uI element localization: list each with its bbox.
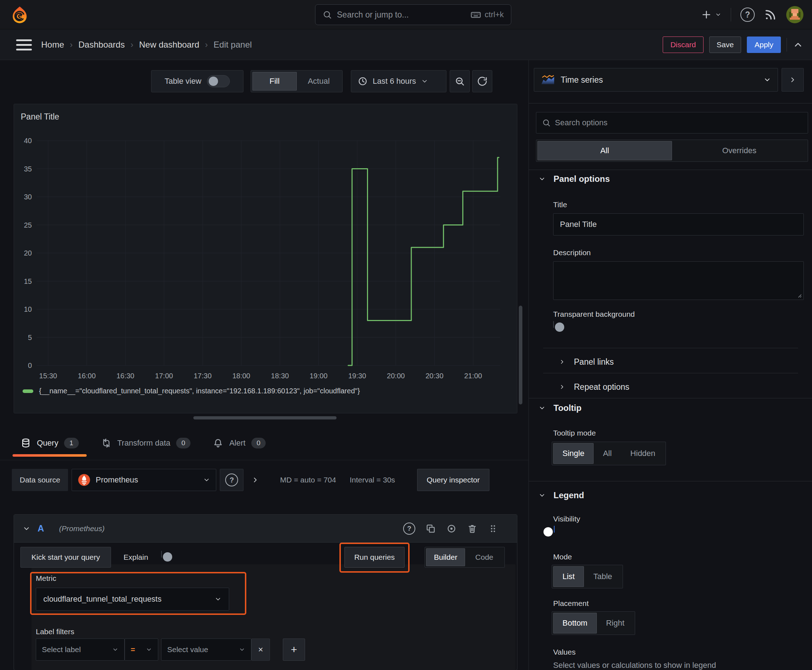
grafana-logo-icon[interactable] [10, 5, 29, 24]
description-textarea[interactable] [553, 261, 804, 300]
add-filter-button[interactable]: + [283, 638, 305, 661]
pane-resize-handle[interactable] [193, 416, 337, 420]
breadcrumb-home[interactable]: Home [41, 40, 64, 50]
legend-header[interactable]: Legend [539, 490, 584, 500]
explain-toggle[interactable] [161, 551, 162, 558]
repeat-options-section[interactable]: Repeat options [559, 377, 629, 397]
legend-placement-bottom[interactable]: Bottom [553, 613, 597, 633]
add-new-button[interactable] [701, 9, 721, 20]
top-bar: Search or jump to... ctrl+k ? [0, 0, 812, 29]
tooltip-title: Tooltip [554, 403, 581, 413]
breadcrumb: Home › Dashboards › New dashboard › Edit… [41, 29, 252, 60]
fill-option[interactable]: Fill [253, 72, 297, 91]
builder-code-group: Builder Code [425, 547, 505, 568]
time-range-label: Last 6 hours [373, 76, 416, 86]
tooltip-mode-hidden[interactable]: Hidden [621, 443, 665, 464]
operator-dropdown[interactable]: = [125, 638, 158, 661]
help-button[interactable]: ? [741, 7, 755, 22]
select-label-dropdown[interactable]: Select label [36, 638, 125, 661]
panel-options-header[interactable]: Panel options [539, 174, 610, 184]
chevron-right-icon [559, 359, 565, 365]
svg-text:20: 20 [24, 249, 32, 257]
svg-text:10: 10 [24, 305, 32, 313]
svg-text:25: 25 [24, 221, 32, 229]
repeat-options-label: Repeat options [574, 382, 629, 392]
transparent-background-toggle[interactable] [553, 321, 554, 328]
chevron-right-icon[interactable] [251, 476, 259, 484]
legend-visibility-toggle[interactable] [554, 526, 554, 533]
global-search-input[interactable]: Search or jump to... ctrl+k [315, 4, 511, 25]
svg-text:20:00: 20:00 [387, 372, 405, 380]
resize-handle-icon[interactable] [796, 293, 802, 298]
news-rss-icon[interactable] [764, 8, 777, 21]
table-view-toggle[interactable] [207, 75, 230, 87]
time-range-picker[interactable]: Last 6 hours [351, 70, 446, 92]
actual-option[interactable]: Actual [297, 72, 341, 91]
time-series-chart[interactable]: 051015202530354015:3016:0016:3017:0017:3… [20, 133, 511, 383]
svg-text:19:30: 19:30 [348, 372, 366, 380]
visualization-name: Time series [561, 75, 758, 85]
panel-links-section[interactable]: Panel links [559, 352, 614, 372]
legend-placement-label: Placement [553, 599, 588, 608]
zoom-out-button[interactable] [450, 70, 470, 92]
search-options-placeholder: Search options [555, 118, 608, 127]
collapse-options-pane-button[interactable] [781, 68, 804, 91]
refresh-button[interactable] [472, 70, 492, 92]
menu-toggle-icon[interactable] [16, 39, 32, 51]
tab-transform-data[interactable]: Transform data 0 [93, 426, 199, 460]
visualization-picker[interactable]: Time series [534, 68, 778, 91]
chevron-down-icon [539, 404, 546, 411]
sidebar-divider [529, 398, 812, 398]
breadcrumb-new-dashboard[interactable]: New dashboard [139, 40, 199, 50]
vertical-scrollbar[interactable] [519, 306, 522, 404]
duplicate-query-icon[interactable] [425, 523, 436, 534]
query-inspector-button[interactable]: Query inspector [417, 469, 490, 491]
table-view-control: Table view [151, 70, 244, 92]
breadcrumb-dashboards[interactable]: Dashboards [78, 40, 125, 50]
datasource-row: Data source Prometheus ? MD = auto = 704… [12, 469, 517, 491]
legend-placement-right[interactable]: Right [597, 613, 634, 633]
panel-title-input[interactable] [553, 213, 804, 235]
datasource-picker[interactable]: Prometheus [71, 469, 216, 491]
delete-query-trash-icon[interactable] [467, 523, 478, 534]
collapse-query-icon[interactable] [22, 524, 31, 533]
svg-text:30: 30 [24, 193, 32, 201]
panel-options-title: Panel options [554, 174, 610, 184]
tab-query[interactable]: Query 1 [12, 426, 86, 460]
chevron-down-icon [539, 492, 546, 499]
run-queries-button[interactable]: Run queries [344, 547, 405, 568]
search-icon [322, 10, 332, 19]
label-filters-label: Label filters [36, 628, 74, 636]
legend-mode-table[interactable]: Table [584, 566, 622, 587]
tooltip-mode-single[interactable]: Single [553, 443, 593, 464]
remove-filter-button[interactable]: × [251, 638, 270, 661]
legend-mode-list[interactable]: List [553, 566, 584, 587]
tab-alert[interactable]: Alert 0 [205, 426, 273, 460]
sidebar-divider [529, 103, 812, 103]
panel-preview: Panel Title 051015202530354015:3016:0016… [14, 104, 517, 413]
tooltip-header[interactable]: Tooltip [539, 403, 581, 413]
code-option[interactable]: Code [465, 548, 503, 566]
search-options-input[interactable]: Search options [536, 112, 808, 134]
user-avatar[interactable] [786, 6, 804, 23]
kickstart-query-button[interactable]: Kick start your query [20, 547, 111, 568]
drag-grip-icon[interactable] [488, 523, 498, 534]
tooltip-mode-all[interactable]: All [593, 443, 621, 464]
disable-query-eye-icon[interactable] [446, 523, 457, 534]
metric-select[interactable]: cloudflared_tunnel_total_requests [36, 588, 229, 611]
series-legend-label[interactable]: {__name__="cloudflared_tunnel_total_requ… [39, 387, 360, 395]
svg-text:0: 0 [28, 362, 32, 369]
apply-button[interactable]: Apply [747, 37, 781, 53]
builder-option[interactable]: Builder [426, 548, 465, 566]
collapse-header-icon[interactable] [793, 39, 804, 50]
select-value-dropdown[interactable]: Select value [161, 638, 251, 661]
save-button[interactable]: Save [709, 37, 741, 53]
query-help-icon[interactable]: ? [403, 523, 415, 535]
filter-all[interactable]: All [537, 141, 672, 160]
discard-button[interactable]: Discard [663, 37, 703, 53]
query-header[interactable]: A (Prometheus) ? [14, 515, 517, 543]
datasource-help-button[interactable]: ? [220, 469, 244, 491]
sidebar-divider [529, 481, 812, 481]
filter-overrides[interactable]: Overrides [672, 141, 807, 160]
sidebar-divider [543, 373, 798, 373]
